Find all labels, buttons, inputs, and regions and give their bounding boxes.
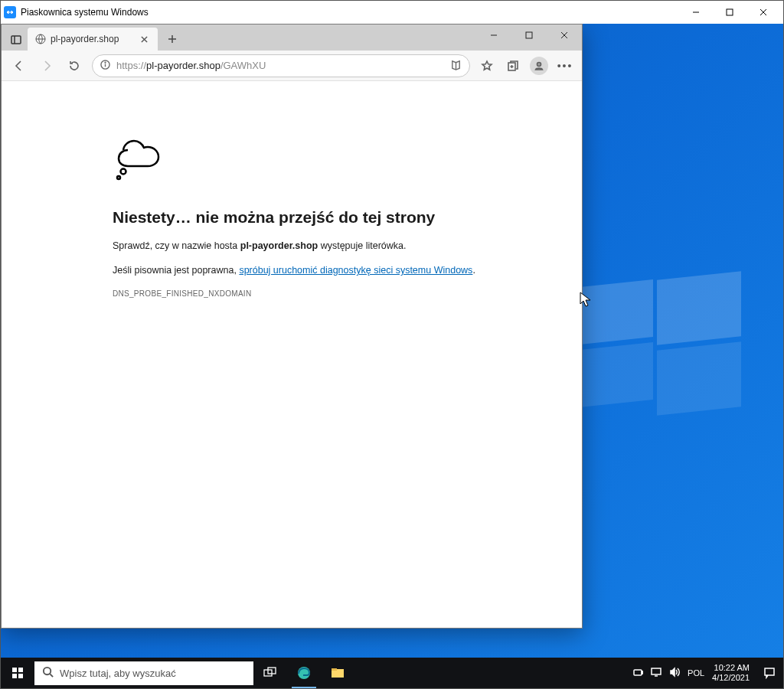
tab-close-button[interactable]: [138, 33, 150, 45]
error-diagnostics-line: Jeśli pisownia jest poprawna, spróbuj ur…: [113, 265, 511, 276]
tab-strip: pl-payorder.shop: [2, 24, 582, 51]
tray-hidden-icons[interactable]: [632, 667, 643, 679]
search-placeholder: Wpisz tutaj, aby wyszukać: [60, 668, 176, 679]
action-center-button[interactable]: [756, 658, 783, 688]
new-tab-button[interactable]: [161, 28, 184, 51]
svg-point-29: [44, 668, 51, 674]
favorites-button[interactable]: [475, 54, 499, 78]
host-minimize-button[interactable]: [679, 1, 713, 24]
svg-rect-36: [634, 670, 642, 675]
run-diagnostics-link[interactable]: spróbuj uruchomić diagnostykę sieci syst…: [239, 265, 472, 276]
host-close-button[interactable]: [746, 1, 780, 24]
host-titlebar[interactable]: Piaskownica systemu Windows: [1, 1, 783, 24]
svg-rect-27: [12, 674, 17, 678]
host-maximize-button[interactable]: [713, 1, 746, 24]
taskbar-app-edge[interactable]: [287, 658, 321, 688]
cursor-icon: [580, 292, 592, 309]
svg-rect-26: [18, 668, 23, 672]
system-tray[interactable]: POL 10:22 AM 4/12/2021: [626, 663, 756, 682]
browser-minimize-button[interactable]: [476, 24, 511, 46]
url-text: https://pl-payorder.shop/GAWhXU: [116, 60, 444, 71]
error-check-host: Sprawdź, czy w nazwie hosta pl-payorder.…: [113, 240, 511, 251]
back-button[interactable]: [6, 54, 32, 78]
taskbar-search[interactable]: Wpisz tutaj, aby wyszukać: [34, 661, 253, 685]
teamviewer-icon: [4, 6, 16, 18]
svg-rect-25: [12, 668, 17, 672]
tab-actions-button[interactable]: [5, 29, 28, 51]
taskbar: Wpisz tutaj, aby wyszukać POL 10:22 AM 4…: [1, 658, 783, 688]
svg-rect-1: [727, 9, 733, 15]
svg-rect-4: [11, 36, 21, 44]
browser-tab[interactable]: pl-payorder.shop: [28, 28, 158, 51]
svg-rect-37: [642, 671, 643, 674]
browser-navbar: https://pl-payorder.shop/GAWhXU •••: [2, 51, 582, 81]
svg-rect-35: [332, 668, 337, 671]
thought-cloud-icon: [113, 135, 582, 185]
tray-clock[interactable]: 10:22 AM 4/12/2021: [712, 663, 750, 682]
svg-rect-28: [18, 674, 23, 678]
error-page: Niestety… nie można przejść do tej stron…: [2, 81, 582, 628]
task-view-button[interactable]: [253, 658, 287, 688]
browser-window: pl-payorder.shop https://p: [1, 24, 583, 629]
error-heading: Niestety… nie można przejść do tej stron…: [113, 208, 582, 227]
profile-button[interactable]: [527, 54, 551, 78]
start-button[interactable]: [1, 658, 34, 688]
browser-maximize-button[interactable]: [511, 24, 547, 46]
tray-language[interactable]: POL: [688, 668, 704, 678]
svg-rect-12: [526, 32, 532, 38]
svg-point-17: [105, 62, 106, 63]
reload-button[interactable]: [61, 54, 87, 78]
error-code: DNS_PROBE_FINISHED_NXDOMAIN: [113, 289, 582, 298]
forward-button[interactable]: [34, 54, 60, 78]
host-window: Piaskownica systemu Windows pl-payorder.…: [0, 0, 784, 689]
site-info-icon[interactable]: [100, 60, 110, 72]
svg-point-24: [117, 176, 120, 179]
windows-logo-wallpaper: [580, 260, 741, 421]
address-bar[interactable]: https://pl-payorder.shop/GAWhXU: [92, 54, 470, 77]
taskbar-app-explorer[interactable]: [321, 658, 354, 688]
search-icon: [42, 666, 54, 680]
collections-button[interactable]: [501, 54, 525, 78]
host-window-title: Piaskownica systemu Windows: [21, 7, 149, 18]
svg-line-30: [50, 674, 53, 677]
svg-rect-38: [652, 668, 661, 674]
tray-display-icon[interactable]: [651, 667, 662, 679]
reading-mode-icon[interactable]: [450, 59, 462, 73]
svg-point-23: [121, 169, 126, 175]
tab-title: pl-payorder.shop: [51, 34, 119, 44]
more-menu-button[interactable]: •••: [553, 60, 577, 72]
browser-close-button[interactable]: [547, 24, 582, 46]
globe-icon: [35, 34, 46, 44]
svg-rect-40: [765, 668, 774, 675]
svg-point-22: [537, 62, 541, 66]
desktop[interactable]: pl-payorder.shop https://p: [1, 24, 783, 658]
tray-volume-icon[interactable]: [669, 667, 680, 679]
